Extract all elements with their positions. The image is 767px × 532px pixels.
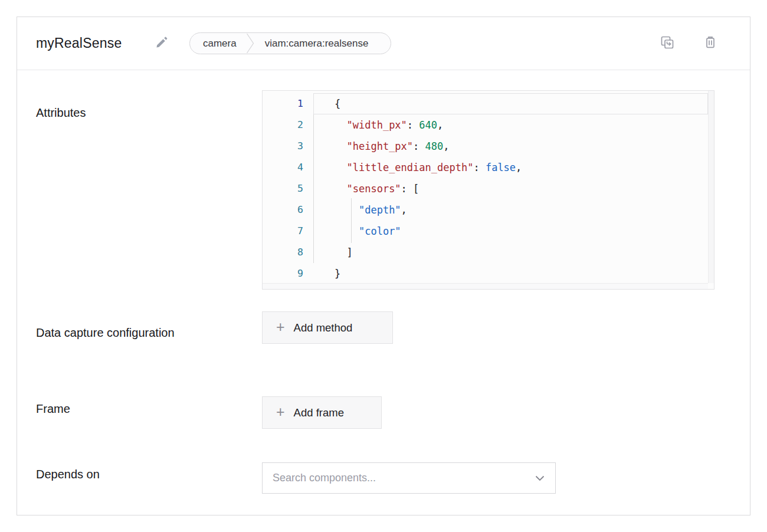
component-model: viam:camera:realsense [254, 38, 379, 50]
line-number: 2 [263, 114, 313, 136]
edit-name-button[interactable] [152, 34, 172, 54]
code-line[interactable]: 2 "width_px": 640, [263, 114, 708, 136]
depends-on-select[interactable]: Search components... [262, 462, 556, 494]
data-capture-label: Data capture configuration [36, 321, 175, 344]
add-frame-button[interactable]: + Add frame [262, 396, 382, 429]
component-name: myRealSense [36, 35, 122, 51]
trash-icon [703, 35, 718, 52]
breadcrumb-separator-icon [246, 32, 254, 54]
code-lines: 1{2 "width_px": 640,3 "height_px": 480,4… [263, 93, 708, 284]
component-kind: camera [190, 38, 246, 50]
card-header: myRealSense camera viam:camera:realsense [17, 17, 750, 70]
code-line[interactable]: 1{ [263, 93, 708, 114]
code-line[interactable]: 9} [263, 263, 708, 284]
line-number: 5 [263, 178, 313, 199]
component-type-pill[interactable]: camera viam:camera:realsense [189, 32, 391, 54]
delete-button[interactable] [703, 36, 718, 51]
line-number: 1 [263, 93, 313, 114]
code-line[interactable]: 5 "sensors": [ [263, 178, 708, 199]
duplicate-icon [660, 35, 675, 52]
line-number: 6 [263, 199, 313, 221]
depends-on-label: Depends on [36, 466, 100, 482]
add-method-label: Add method [294, 321, 353, 334]
line-number: 3 [263, 136, 313, 157]
code-line-content: "height_px": 480, [313, 136, 708, 157]
line-number: 8 [263, 242, 313, 263]
code-line-content: "width_px": 640, [313, 114, 708, 136]
code-line[interactable]: 6 "depth", [263, 199, 708, 221]
add-frame-label: Add frame [294, 406, 344, 419]
component-config-card: myRealSense camera viam:camera:realsense [17, 17, 750, 515]
header-actions [660, 36, 718, 51]
editor-horizontal-scrollbar[interactable] [263, 283, 708, 289]
code-line[interactable]: 8 ] [263, 242, 708, 263]
plus-icon: + [276, 320, 285, 334]
editor-vertical-scrollbar[interactable] [708, 91, 714, 283]
line-number: 7 [263, 221, 313, 242]
duplicate-button[interactable] [660, 36, 675, 51]
code-line[interactable]: 3 "height_px": 480, [263, 136, 708, 157]
code-line-content: ] [313, 242, 708, 263]
line-number: 9 [263, 263, 313, 284]
plus-icon: + [276, 405, 285, 419]
line-number: 4 [263, 157, 313, 178]
pencil-icon [154, 35, 169, 52]
frame-label: Frame [36, 400, 70, 417]
add-method-button[interactable]: + Add method [262, 311, 393, 344]
code-line[interactable]: 4 "little_endian_depth": false, [263, 157, 708, 178]
attributes-json-editor[interactable]: 1{2 "width_px": 640,3 "height_px": 480,4… [262, 90, 714, 290]
indent-guide [313, 114, 314, 263]
code-line-content: "sensors": [ [313, 178, 708, 199]
indent-guide [351, 198, 352, 243]
attributes-label: Attributes [36, 104, 86, 121]
code-line-content: "little_endian_depth": false, [313, 157, 708, 178]
code-line-content: "color" [313, 221, 708, 242]
depends-on-placeholder: Search components... [273, 472, 376, 484]
code-line[interactable]: 7 "color" [263, 221, 708, 242]
chevron-down-icon [535, 473, 545, 484]
code-line-content: } [313, 263, 708, 284]
code-line-content: "depth", [313, 199, 708, 221]
code-line-content: { [313, 93, 708, 114]
